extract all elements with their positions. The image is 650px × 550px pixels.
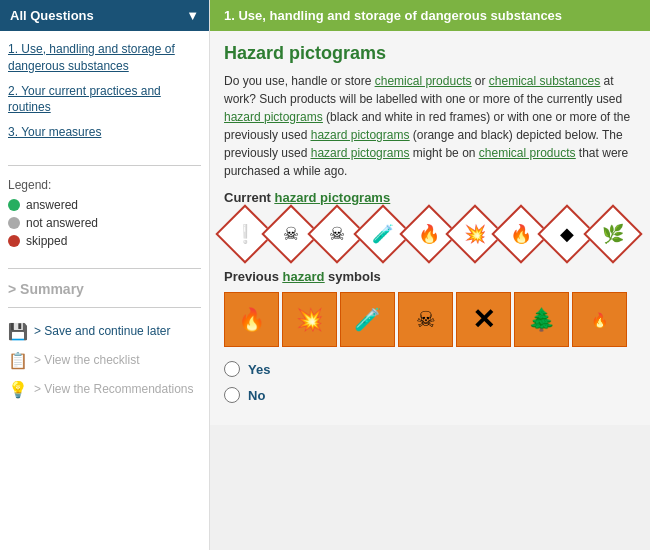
- old-symbols-row: 🔥 💥 🧪 ☠ ✕ 🌲 🔥: [224, 292, 636, 347]
- yes-label[interactable]: Yes: [248, 362, 270, 377]
- legend-answered: answered: [8, 198, 201, 212]
- hazard-pictograms-link-3[interactable]: hazard pictograms: [311, 146, 410, 160]
- old-symbol-oxidizer: 🔥: [572, 292, 627, 347]
- no-radio[interactable]: [224, 387, 240, 403]
- page-heading: Hazard pictograms: [224, 43, 636, 64]
- summary-label: > Summary: [8, 281, 84, 297]
- yes-radio[interactable]: [224, 361, 240, 377]
- hazard-pictograms-link-2[interactable]: hazard pictograms: [311, 128, 410, 142]
- recommendations-label: > View the Recommendations: [34, 382, 194, 396]
- current-pictogram-row: ❕ ☠ ☠ 🧪 🔥 💥 🔥 ◆ 🌿: [224, 213, 636, 255]
- chemical-products-link-2[interactable]: chemical products: [479, 146, 576, 160]
- previous-symbols-heading: Previous hazard symbols: [224, 269, 636, 284]
- old-symbol-skull: ☠: [398, 292, 453, 347]
- save-continue-action[interactable]: 💾 > Save and continue later: [8, 322, 201, 341]
- divider-1: [8, 165, 201, 166]
- sidebar-item-1[interactable]: 1. Use, handling and storage of dangerou…: [8, 41, 201, 75]
- summary-link[interactable]: > Summary: [8, 281, 201, 297]
- sidebar-navigation: 1. Use, handling and storage of dangerou…: [0, 31, 209, 159]
- yes-no-radio-group: Yes No: [224, 361, 636, 403]
- yes-option[interactable]: Yes: [224, 361, 636, 377]
- old-symbol-tree: 🌲: [514, 292, 569, 347]
- not-answered-label: not answered: [26, 216, 98, 230]
- all-questions-dropdown[interactable]: All Questions ▼: [0, 0, 209, 31]
- answered-label: answered: [26, 198, 78, 212]
- view-recommendations-action[interactable]: 💡 > View the Recommendations: [8, 380, 201, 399]
- current-hazard-link[interactable]: hazard pictograms: [275, 190, 391, 205]
- legend-skipped: skipped: [8, 234, 201, 248]
- content-body: Hazard pictograms Do you use, handle or …: [210, 31, 650, 425]
- old-symbol-flame: 🔥: [224, 292, 279, 347]
- legend-not-answered: not answered: [8, 216, 201, 230]
- skipped-label: skipped: [26, 234, 67, 248]
- dropdown-label: All Questions: [10, 8, 94, 23]
- legend-title: Legend:: [8, 178, 201, 192]
- chemical-substances-link-1[interactable]: chemical substances: [489, 74, 600, 88]
- skipped-dot: [8, 235, 20, 247]
- sidebar: All Questions ▼ 1. Use, handling and sto…: [0, 0, 210, 550]
- current-pictograms-heading: Current hazard pictograms: [224, 190, 636, 205]
- no-label[interactable]: No: [248, 388, 265, 403]
- intro-paragraph: Do you use, handle or store chemical pro…: [224, 72, 636, 180]
- legend-section: Legend: answered not answered skipped: [0, 172, 209, 262]
- save-label: > Save and continue later: [34, 324, 170, 338]
- sidebar-actions: 💾 > Save and continue later 📋 > View the…: [0, 314, 209, 417]
- sidebar-item-3[interactable]: 3. Your measures: [8, 124, 201, 141]
- recommendations-icon: 💡: [8, 380, 28, 399]
- old-symbol-x: ✕: [456, 292, 511, 347]
- main-content: 1. Use, handling and storage of dangerou…: [210, 0, 650, 550]
- summary-section: > Summary: [0, 275, 209, 301]
- view-checklist-action[interactable]: 📋 > View the checklist: [8, 351, 201, 370]
- hazard-pictograms-link-1[interactable]: hazard pictograms: [224, 110, 323, 124]
- chemical-products-link-1[interactable]: chemical products: [375, 74, 472, 88]
- section-header: 1. Use, handling and storage of dangerou…: [210, 0, 650, 31]
- chevron-down-icon: ▼: [186, 8, 199, 23]
- previous-hazard-link[interactable]: hazard: [283, 269, 325, 284]
- save-icon: 💾: [8, 322, 28, 341]
- not-answered-dot: [8, 217, 20, 229]
- no-option[interactable]: No: [224, 387, 636, 403]
- divider-2: [8, 268, 201, 269]
- divider-3: [8, 307, 201, 308]
- sidebar-item-2[interactable]: 2. Your current practices and routines: [8, 83, 201, 117]
- old-symbol-explosion: 💥: [282, 292, 337, 347]
- checklist-label: > View the checklist: [34, 353, 140, 367]
- answered-dot: [8, 199, 20, 211]
- pictogram-env: 🌿: [583, 204, 642, 263]
- checklist-icon: 📋: [8, 351, 28, 370]
- old-symbol-corrosive: 🧪: [340, 292, 395, 347]
- section-header-text: 1. Use, handling and storage of dangerou…: [224, 8, 562, 23]
